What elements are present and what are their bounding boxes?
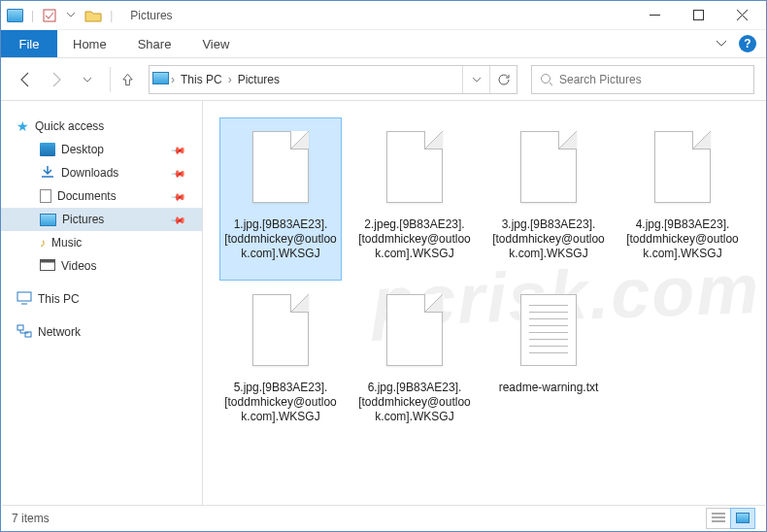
minimize-button[interactable] [633, 1, 677, 29]
file-item[interactable]: 5.jpg.[9B83AE23].[toddmhickey@outlook.co… [220, 282, 341, 443]
desktop-icon [40, 143, 55, 156]
title-bar: | | Pictures [1, 1, 766, 30]
sidebar-label: Network [38, 325, 81, 339]
svg-point-2 [542, 74, 550, 83]
file-name: 1.jpg.[9B83AE23].[toddmhickey@outlook.co… [224, 217, 337, 276]
generic-file-icon [377, 122, 452, 212]
up-button[interactable] [110, 67, 135, 92]
network-icon [17, 324, 32, 341]
search-box[interactable] [531, 65, 754, 94]
file-name: 6.jpg.[9B83AE23].[toddmhickey@outlook.co… [358, 381, 471, 439]
help-button[interactable]: ? [739, 35, 756, 52]
file-item[interactable]: 3.jpg.[9B83AE23].[toddmhickey@outlook.co… [488, 118, 609, 280]
file-name: 2.jpeg.[9B83AE23].[toddmhickey@outlook.c… [358, 217, 471, 276]
file-name: 4.jpg.[9B83AE23].[toddmhickey@outlook.co… [626, 217, 739, 276]
pc-icon [17, 291, 32, 308]
status-bar: 7 items [2, 505, 765, 530]
chevron-right-icon[interactable]: › [226, 73, 234, 86]
file-tab[interactable]: File [1, 30, 57, 57]
sidebar-item-label: Downloads [61, 166, 118, 180]
sidebar-this-pc[interactable]: This PC [1, 287, 202, 311]
sidebar-item-label: Desktop [61, 143, 104, 156]
generic-file-icon [511, 122, 586, 212]
sidebar-item-label: Pictures [62, 213, 104, 226]
breadcrumb-pictures[interactable]: Pictures [234, 73, 283, 86]
music-icon: ♪ [40, 236, 46, 249]
file-name: 3.jpg.[9B83AE23].[toddmhickey@outlook.co… [492, 217, 605, 276]
sidebar-item-pictures[interactable]: Pictures 📌 [1, 208, 202, 231]
search-icon [540, 73, 553, 86]
close-button[interactable] [720, 1, 764, 29]
details-view-button[interactable] [706, 508, 731, 529]
address-dropdown-icon[interactable] [462, 66, 489, 93]
tab-view[interactable]: View [186, 30, 245, 57]
back-button[interactable] [13, 67, 38, 92]
recent-dropdown-icon[interactable] [75, 67, 100, 92]
file-item[interactable]: 2.jpeg.[9B83AE23].[toddmhickey@outlook.c… [354, 118, 475, 280]
sidebar-item-documents[interactable]: Documents 📌 [1, 184, 202, 208]
sidebar-item-music[interactable]: ♪ Music [1, 231, 202, 254]
file-view[interactable]: pcrisk.com 1.jpg.[9B83AE23].[toddmhickey… [203, 101, 766, 507]
svg-rect-6 [17, 325, 23, 330]
qat-dropdown-icon[interactable] [63, 8, 79, 23]
qat-separator-2: | [110, 9, 113, 22]
sidebar-item-videos[interactable]: Videos [1, 254, 202, 278]
file-name: 5.jpg.[9B83AE23].[toddmhickey@outlook.co… [224, 381, 337, 439]
svg-rect-0 [44, 10, 55, 21]
location-pictures-icon [150, 72, 169, 87]
icons-view-button[interactable] [730, 508, 755, 529]
pictures-icon [40, 214, 56, 226]
sidebar-quick-access[interactable]: ★ Quick access [1, 115, 202, 138]
tab-home[interactable]: Home [57, 30, 122, 57]
window-app-icon [7, 9, 23, 22]
file-item[interactable]: 4.jpg.[9B83AE23].[toddmhickey@outlook.co… [622, 118, 743, 280]
refresh-button[interactable] [489, 66, 517, 93]
qat-separator: | [31, 9, 34, 22]
pin-icon: 📌 [171, 212, 186, 227]
documents-icon [40, 189, 51, 203]
navigation-pane: ★ Quick access Desktop 📌 Downloads 📌 Doc… [1, 101, 203, 507]
sidebar-item-label: Documents [57, 189, 117, 203]
text-file-icon [511, 285, 586, 375]
item-count: 7 items [12, 512, 50, 525]
star-icon: ★ [17, 118, 29, 134]
file-item[interactable]: readme-warning.txt [488, 282, 609, 443]
sidebar-label: This PC [38, 292, 80, 306]
main-area: ★ Quick access Desktop 📌 Downloads 📌 Doc… [1, 101, 766, 507]
generic-file-icon [243, 285, 318, 375]
ribbon-expand-icon[interactable] [716, 37, 727, 50]
sidebar-item-desktop[interactable]: Desktop 📌 [1, 138, 202, 161]
ribbon: File Home Share View ? [1, 30, 766, 58]
file-grid: 1.jpg.[9B83AE23].[toddmhickey@outlook.co… [220, 118, 756, 443]
svg-rect-4 [41, 259, 55, 262]
breadcrumb-this-pc[interactable]: This PC [177, 73, 226, 86]
tab-share[interactable]: Share [122, 30, 187, 57]
videos-icon [40, 259, 55, 274]
maximize-button[interactable] [677, 1, 720, 29]
svg-rect-1 [694, 11, 704, 20]
generic-file-icon [243, 122, 318, 212]
chevron-right-icon[interactable]: › [169, 73, 177, 86]
search-input[interactable] [559, 73, 753, 86]
qat-properties-icon[interactable] [42, 8, 57, 23]
pin-icon: 📌 [171, 142, 186, 157]
sidebar-label: Quick access [35, 119, 104, 133]
sidebar-item-label: Music [51, 236, 82, 249]
qat-folder-icon[interactable] [84, 8, 102, 23]
window-title: Pictures [130, 9, 172, 22]
sidebar-item-label: Videos [61, 259, 96, 273]
sidebar-network[interactable]: Network [1, 320, 202, 344]
forward-button[interactable] [44, 67, 69, 92]
downloads-icon [40, 165, 55, 182]
pin-icon: 📌 [171, 165, 186, 181]
file-name: readme-warning.txt [499, 381, 599, 439]
generic-file-icon [645, 122, 720, 212]
sidebar-item-downloads[interactable]: Downloads 📌 [1, 161, 202, 184]
generic-file-icon [377, 285, 452, 375]
file-item[interactable]: 6.jpg.[9B83AE23].[toddmhickey@outlook.co… [354, 282, 475, 443]
file-item[interactable]: 1.jpg.[9B83AE23].[toddmhickey@outlook.co… [220, 118, 341, 280]
nav-bar: › This PC › Pictures [1, 58, 766, 101]
address-bar[interactable]: › This PC › Pictures [149, 65, 517, 94]
svg-rect-5 [17, 292, 31, 301]
pin-icon: 📌 [171, 188, 186, 204]
